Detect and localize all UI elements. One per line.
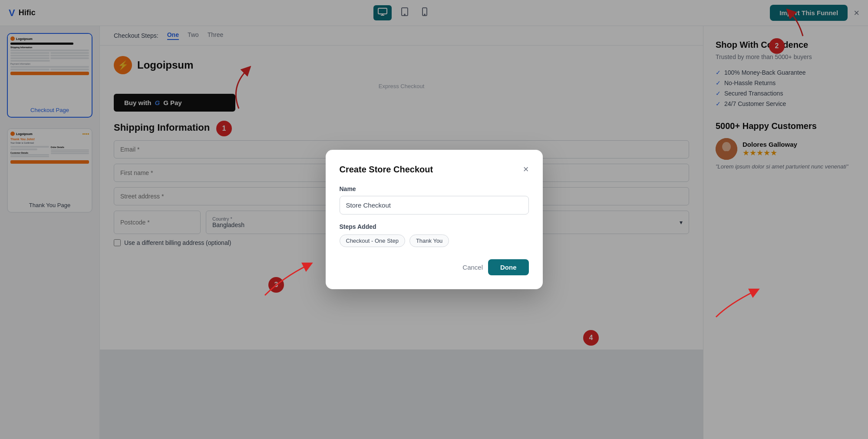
- done-button[interactable]: Done: [488, 259, 529, 275]
- modal-title: Create Store Checkout: [340, 165, 433, 175]
- create-store-checkout-modal: Create Store Checkout × Name Steps Added…: [326, 150, 543, 289]
- modal-header: Create Store Checkout ×: [340, 164, 529, 175]
- modal-close-button[interactable]: ×: [523, 164, 529, 175]
- modal-actions: Cancel Done: [340, 259, 529, 275]
- modal-name-label: Name: [340, 185, 529, 192]
- step-tags: Checkout - One Step Thank You: [340, 234, 529, 247]
- modal-overlay: Create Store Checkout × Name Steps Added…: [0, 0, 868, 439]
- step-tag-thankyou: Thank You: [409, 234, 449, 247]
- steps-added-label: Steps Added: [340, 223, 529, 230]
- cancel-button[interactable]: Cancel: [462, 264, 483, 271]
- modal-name-input[interactable]: [340, 196, 529, 215]
- step-tag-checkout: Checkout - One Step: [340, 234, 405, 247]
